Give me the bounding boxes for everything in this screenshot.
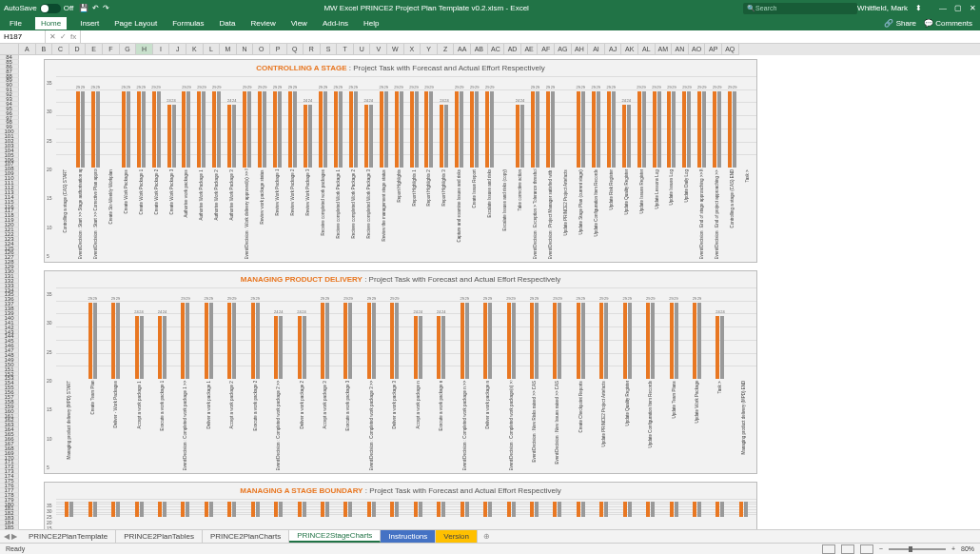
col-header[interactable]: AC bbox=[488, 44, 505, 55]
view-pagelayout-icon[interactable] bbox=[841, 544, 854, 554]
sheet-tab[interactable]: PRINCE2PlanTables bbox=[116, 530, 203, 543]
minimize-icon[interactable]: — bbox=[939, 4, 947, 12]
tab-review[interactable]: Review bbox=[248, 17, 277, 30]
col-header[interactable]: E bbox=[86, 44, 103, 55]
formula-bar[interactable] bbox=[81, 30, 980, 43]
name-box[interactable]: H187 bbox=[0, 30, 46, 43]
col-header[interactable]: G bbox=[120, 44, 137, 55]
maximize-icon[interactable]: ▢ bbox=[954, 4, 962, 12]
zoom-level[interactable]: 80% bbox=[961, 545, 974, 552]
col-header[interactable]: H bbox=[136, 44, 153, 55]
zoom-in-icon[interactable]: + bbox=[951, 545, 955, 552]
chart-controlling-stage[interactable]: CONTROLLING A STAGE : Project Task with … bbox=[44, 59, 757, 263]
col-header[interactable]: AB bbox=[471, 44, 488, 55]
view-pagebreak-icon[interactable] bbox=[860, 544, 873, 554]
sheet-tab[interactable]: Instructions bbox=[381, 530, 436, 543]
col-header[interactable]: AQ bbox=[722, 44, 739, 55]
view-normal-icon[interactable] bbox=[822, 544, 835, 554]
bar-group: 2929 bbox=[570, 499, 592, 529]
tab-prev-icon[interactable]: ◀ bbox=[4, 532, 10, 541]
col-header[interactable]: AJ bbox=[605, 44, 622, 55]
row-header[interactable]: 185 bbox=[0, 525, 19, 530]
col-header[interactable]: W bbox=[387, 44, 404, 55]
col-header[interactable]: Y bbox=[421, 44, 438, 55]
col-header[interactable]: D bbox=[69, 44, 87, 55]
chart-stage-boundary[interactable]: MANAGING A STAGE BOUNDARY : Project Task… bbox=[44, 482, 757, 529]
col-header[interactable]: AH bbox=[572, 44, 589, 55]
tab-addins[interactable]: Add-ins bbox=[321, 17, 350, 30]
col-header[interactable]: R bbox=[304, 44, 321, 55]
col-header[interactable]: F bbox=[103, 44, 120, 55]
ribbon: File Home Insert Page Layout Formulas Da… bbox=[0, 16, 980, 30]
col-header[interactable]: S bbox=[321, 44, 338, 55]
sheet-tab[interactable]: PRINCE2PlanTemplate bbox=[21, 530, 116, 543]
undo-icon[interactable]: ↶ bbox=[92, 4, 99, 12]
col-header[interactable]: K bbox=[186, 44, 204, 55]
tab-formulas[interactable]: Formulas bbox=[170, 17, 206, 30]
search-box[interactable]: 🔍 Search bbox=[743, 3, 857, 14]
bar-group: 2929Create Team Plan bbox=[81, 287, 103, 470]
close-icon[interactable]: ✕ bbox=[970, 4, 976, 12]
category-label: Event/Decision : Completed work package … bbox=[369, 381, 374, 471]
col-header[interactable]: P bbox=[270, 44, 287, 55]
sheet-tab[interactable]: Version bbox=[436, 530, 478, 543]
worksheet[interactable]: CONTROLLING A STAGE : Project Task with … bbox=[19, 55, 980, 529]
share-button[interactable]: 🔗 Share bbox=[884, 19, 916, 28]
col-header[interactable]: A bbox=[19, 44, 36, 55]
tab-view[interactable]: View bbox=[289, 17, 309, 30]
col-header[interactable]: M bbox=[220, 44, 237, 55]
col-header[interactable]: I bbox=[153, 44, 170, 55]
tab-help[interactable]: Help bbox=[362, 17, 381, 30]
col-header[interactable]: AI bbox=[588, 44, 605, 55]
bar-group: 2929Deliver a work package n bbox=[477, 287, 499, 470]
sheet-tab[interactable]: PRINCE2PlanCharts bbox=[203, 530, 289, 543]
col-header[interactable]: L bbox=[204, 44, 221, 55]
autosave[interactable]: AutoSave Off bbox=[4, 4, 73, 13]
col-header[interactable]: AL bbox=[638, 44, 656, 55]
col-header[interactable]: AM bbox=[656, 44, 673, 55]
col-header[interactable]: AP bbox=[705, 44, 722, 55]
fx-icon[interactable]: fx bbox=[70, 32, 76, 41]
col-header[interactable]: AD bbox=[504, 44, 521, 55]
tab-next-icon[interactable]: ▶ bbox=[11, 532, 17, 541]
col-header[interactable]: T bbox=[337, 44, 354, 55]
redo-icon[interactable]: ↷ bbox=[103, 4, 109, 12]
comments-button[interactable]: 💬 Comments bbox=[924, 19, 972, 28]
col-header[interactable]: O bbox=[253, 44, 270, 55]
tab-insert[interactable]: Insert bbox=[78, 17, 101, 30]
col-header[interactable]: Q bbox=[287, 44, 304, 55]
col-header[interactable]: B bbox=[36, 44, 53, 55]
col-header[interactable]: AF bbox=[538, 44, 555, 55]
autosave-toggle[interactable] bbox=[40, 4, 61, 13]
col-header[interactable]: V bbox=[370, 44, 387, 55]
col-header[interactable]: N bbox=[237, 44, 254, 55]
col-header[interactable]: C bbox=[52, 44, 69, 55]
cancel-fx-icon[interactable]: ✕ bbox=[49, 32, 56, 41]
tab-data[interactable]: Data bbox=[218, 17, 238, 30]
save-icon[interactable]: 💾 bbox=[79, 4, 88, 12]
zoom-out-icon[interactable]: − bbox=[879, 545, 883, 552]
category-label: Report Highlights bbox=[397, 169, 402, 260]
ribbon-opts-icon[interactable]: ⬍ bbox=[915, 4, 922, 12]
col-header[interactable]: U bbox=[354, 44, 371, 55]
col-header[interactable]: AE bbox=[521, 44, 539, 55]
enter-fx-icon[interactable]: ✓ bbox=[60, 32, 67, 41]
tab-pagelayout[interactable]: Page Layout bbox=[112, 17, 159, 30]
qat: 💾 ↶ ↷ bbox=[79, 4, 109, 12]
col-header[interactable]: AN bbox=[672, 44, 689, 55]
col-header[interactable]: J bbox=[169, 44, 186, 55]
tab-file[interactable]: File bbox=[8, 17, 24, 30]
col-header[interactable]: AA bbox=[454, 44, 471, 55]
col-header[interactable]: X bbox=[404, 44, 421, 55]
chart-managing-delivery[interactable]: MANAGING PRODUCT DELIVERY : Project Task… bbox=[44, 270, 757, 474]
sheet-tab-active[interactable]: PRINCE2StageCharts bbox=[289, 530, 381, 543]
col-header[interactable]: AK bbox=[621, 44, 638, 55]
add-sheet-icon[interactable]: ⊕ bbox=[478, 532, 496, 541]
zoom-slider[interactable] bbox=[889, 548, 946, 550]
col-header[interactable]: AO bbox=[689, 44, 706, 55]
col-header[interactable]: AG bbox=[555, 44, 572, 55]
col-header[interactable]: Z bbox=[438, 44, 455, 55]
bar-group: 2424Authorise Work Package 3 bbox=[225, 76, 239, 259]
user-name[interactable]: Whitfield, Mark bbox=[857, 4, 908, 12]
tab-home[interactable]: Home bbox=[35, 17, 67, 30]
